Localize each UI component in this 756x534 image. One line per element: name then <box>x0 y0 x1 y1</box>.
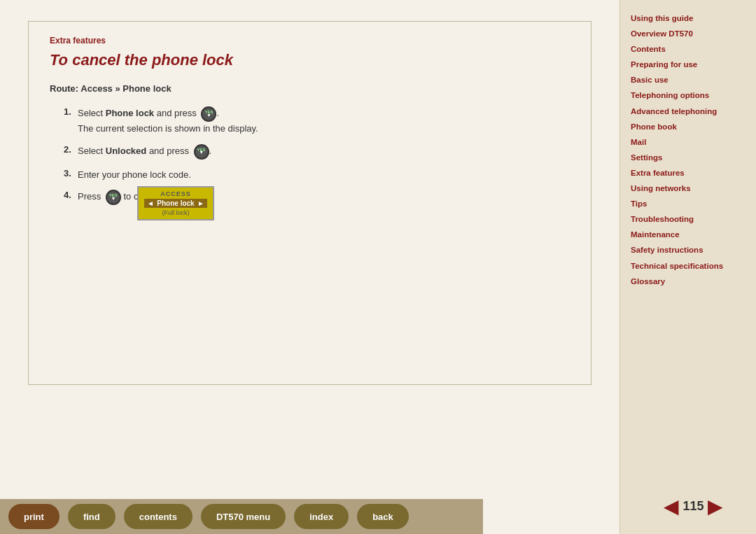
step-3-text: Enter your phone lock code. <box>78 168 570 182</box>
find-button[interactable]: find <box>68 504 115 529</box>
sidebar-item-settings[interactable]: Settings <box>631 150 746 165</box>
arrow-right-icon: ► <box>197 199 204 207</box>
steps-container: 1. Select Phone lock and press . The cur… <box>50 106 570 205</box>
bottom-toolbar: print find contents DT570 menu index bac… <box>0 499 483 534</box>
sidebar-item-using-this-guide[interactable]: Using this guide <box>631 10 746 26</box>
phone-lock-row: ◄ Phone lock ► <box>144 199 207 208</box>
contents-button[interactable]: contents <box>124 504 192 529</box>
main-container: ACCESS ◄ Phone lock ► (Full lock) Extra … <box>0 0 756 534</box>
step-2-text: Select Unlocked and press . <box>78 144 570 160</box>
page-number-area: ◀ 115 ▶ <box>620 489 756 524</box>
sidebar-item-mail[interactable]: Mail <box>631 134 746 150</box>
sidebar-item-basic-use[interactable]: Basic use <box>631 72 746 87</box>
yes-button-icon-2 <box>194 144 209 160</box>
sidebar-item-overview-dt570[interactable]: Overview DT570 <box>631 26 746 41</box>
step-1: 1. Select Phone lock and press . The cur… <box>64 106 570 136</box>
next-page-icon[interactable]: ▶ <box>708 495 723 518</box>
main-content-wrapper: ACCESS ◄ Phone lock ► (Full lock) Extra … <box>28 21 592 385</box>
sidebar-item-preparing-for-use[interactable]: Preparing for use <box>631 57 746 72</box>
access-label: ACCESS <box>144 190 207 197</box>
route-text: Access » Phone lock <box>80 83 171 94</box>
route-label: Route: <box>50 83 78 94</box>
breadcrumb: Extra features <box>50 36 570 45</box>
step-2: 2. Select Unlocked and press . <box>64 144 570 160</box>
sidebar-item-advanced-telephoning[interactable]: Advanced telephoning <box>631 104 746 119</box>
page-number: 115 <box>682 499 704 514</box>
route-line: Route: Access » Phone lock <box>50 83 570 94</box>
sidebar-item-tips[interactable]: Tips <box>631 196 746 211</box>
sidebar: Using this guide Overview DT570 Contents… <box>620 0 756 534</box>
yes-button-icon-3 <box>106 190 121 205</box>
phone-lock-label: Phone lock <box>157 199 194 207</box>
step-3-number: 3. <box>64 168 78 178</box>
sidebar-item-contents[interactable]: Contents <box>631 41 746 57</box>
step-3: 3. Enter your phone lock code. <box>64 168 570 182</box>
sidebar-item-troubleshooting[interactable]: Troubleshooting <box>631 211 746 227</box>
sidebar-item-safety-instructions[interactable]: Safety instructions <box>631 242 746 258</box>
sidebar-item-glossary[interactable]: Glossary <box>631 274 746 289</box>
full-lock-label: (Full lock) <box>144 209 207 216</box>
step-1-text: Select Phone lock and press . The curren… <box>78 106 570 136</box>
step-1-number: 1. <box>64 106 78 117</box>
arrow-left-icon: ◄ <box>147 199 154 207</box>
sidebar-item-using-networks[interactable]: Using networks <box>631 181 746 196</box>
step-4-number: 4. <box>64 190 78 200</box>
sidebar-item-telephoning-options[interactable]: Telephoning options <box>631 87 746 103</box>
index-button[interactable]: index <box>294 504 349 529</box>
access-display-box: ACCESS ◄ Phone lock ► (Full lock) <box>137 186 214 220</box>
step-2-number: 2. <box>64 144 78 155</box>
content-area: ACCESS ◄ Phone lock ► (Full lock) Extra … <box>0 0 620 534</box>
page-title: To cancel the phone lock <box>50 51 570 69</box>
dt570-menu-button[interactable]: DT570 menu <box>201 504 286 529</box>
prev-page-icon[interactable]: ◀ <box>664 495 679 518</box>
sidebar-item-maintenance[interactable]: Maintenance <box>631 227 746 242</box>
back-button[interactable]: back <box>357 504 409 529</box>
sidebar-item-phone-book[interactable]: Phone book <box>631 119 746 134</box>
print-button[interactable]: print <box>8 504 59 529</box>
yes-button-icon-1 <box>201 106 216 122</box>
sidebar-item-technical-specifications[interactable]: Technical specifications <box>631 258 746 274</box>
sidebar-item-extra-features[interactable]: Extra features <box>631 165 746 181</box>
